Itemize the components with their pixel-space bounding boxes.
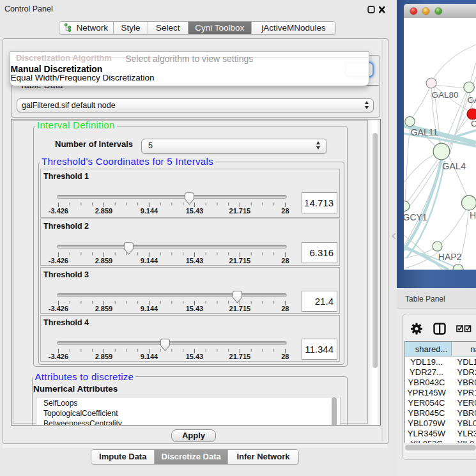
svg-text:C: C bbox=[471, 118, 476, 128]
svg-text:GAL11: GAL11 bbox=[411, 127, 438, 137]
svg-text:HAP2: HAP2 bbox=[438, 252, 462, 262]
svg-text:GA: GA bbox=[468, 95, 476, 104]
svg-text:H: H bbox=[470, 210, 476, 220]
svg-text:GAL80: GAL80 bbox=[432, 89, 459, 99]
svg-text:GCY1: GCY1 bbox=[404, 212, 427, 222]
svg-text:GAL4: GAL4 bbox=[442, 160, 466, 171]
